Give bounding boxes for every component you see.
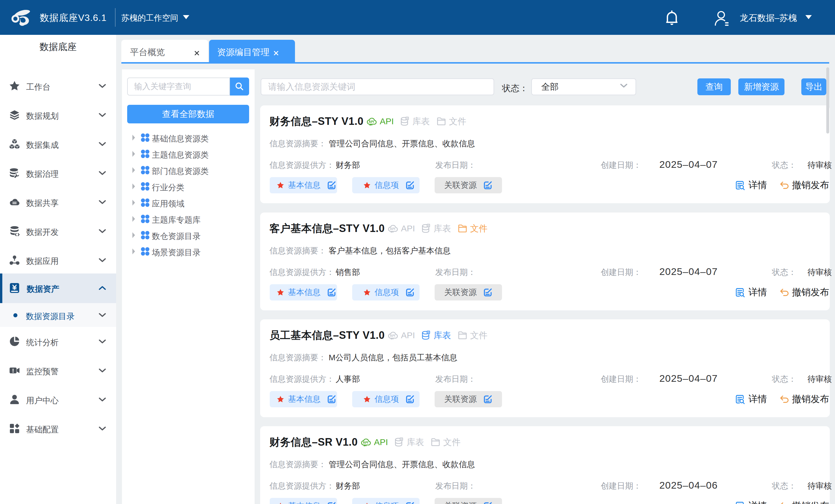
svg-text:API: API: [369, 120, 374, 123]
svg-text:API: API: [390, 334, 395, 337]
svg-text:API: API: [390, 227, 395, 230]
svg-text:API: API: [363, 441, 368, 444]
